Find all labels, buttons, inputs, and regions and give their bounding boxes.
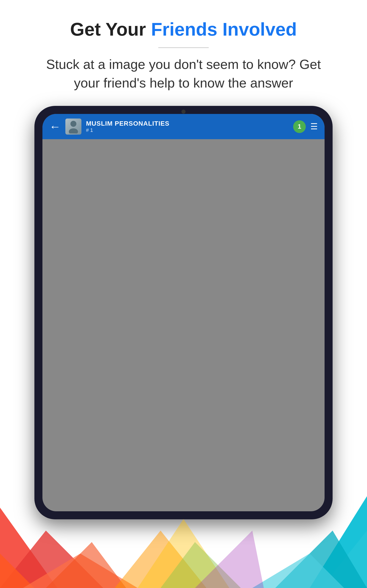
tablet-camera (181, 110, 186, 114)
header-section: Get Your Friends Involved Stuck at a ima… (46, 0, 321, 101)
score-badge: 1 (293, 120, 306, 133)
svg-point-0 (70, 121, 76, 127)
header-title-part1: Get Your (70, 19, 151, 40)
back-button[interactable]: ← (49, 120, 61, 133)
app-title-main: MUSLIM PERSONALITIES (86, 120, 289, 127)
page-wrapper: Get Your Friends Involved Stuck at a ima… (0, 0, 367, 588)
svg-point-1 (69, 128, 78, 133)
header-divider (158, 47, 209, 48)
avatar-image (65, 119, 81, 135)
menu-icon[interactable]: ☰ (310, 122, 318, 131)
app-title-sub: # 1 (86, 127, 289, 133)
header-subtitle: Stuck at a image you don't seem to know?… (46, 55, 321, 92)
header-title-part2: Friends Involved (151, 19, 297, 40)
header-title: Get Your Friends Involved (46, 18, 321, 40)
bottom-decoration (0, 439, 367, 588)
app-bar-title: MUSLIM PERSONALITIES # 1 (86, 120, 289, 133)
app-bar-avatar (65, 119, 81, 135)
app-bar-right: 1 ☰ (293, 120, 318, 133)
app-bar: ← MUSLIM PERSONALITIES # 1 1 (42, 114, 325, 139)
